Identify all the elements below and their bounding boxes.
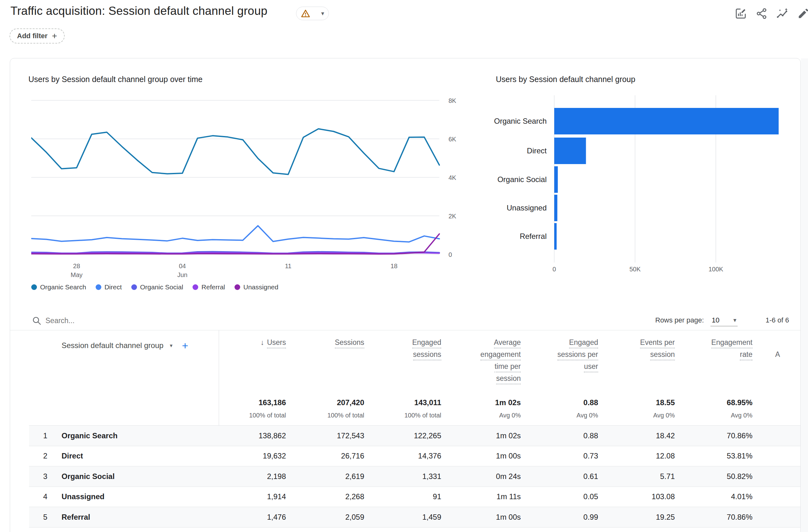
row-number: 1 — [29, 432, 47, 440]
totals-sublabel: 100% of total — [289, 412, 364, 419]
row-number: 4 — [29, 492, 47, 501]
table-row: 1Organic Search138,862172,543122,2651m 0… — [29, 425, 801, 446]
legend-item-unassigned: Unassigned — [235, 283, 278, 291]
totals-value: 163,186 — [210, 398, 286, 407]
bar-organic-search — [554, 108, 779, 134]
rows-per-page-select[interactable]: 10 ▾ — [711, 314, 738, 326]
metric-cell: 26,716 — [292, 452, 364, 460]
metric-cell: 1m 00s — [448, 452, 521, 460]
metric-cell: 122,265 — [369, 432, 441, 440]
row-number: 3 — [29, 472, 47, 481]
divider — [10, 330, 801, 330]
add-column-plus-icon[interactable]: + — [182, 340, 188, 351]
svg-text:04: 04 — [179, 262, 186, 270]
legend-item-direct: Direct — [96, 283, 122, 291]
metric-cell: 2,198 — [213, 472, 286, 481]
row-dimension-value: Organic Search — [61, 432, 117, 440]
column-header-text: user — [584, 362, 598, 372]
column-header-text: sessions — [413, 350, 441, 360]
bar-referral — [554, 223, 557, 250]
metric-cell: 1,331 — [369, 472, 441, 481]
metric-cell: 91 — [369, 492, 441, 501]
column-header-sessions[interactable]: Sessions — [282, 338, 364, 350]
totals-value: 143,011 — [366, 398, 441, 407]
dimension-header[interactable]: Session default channel group ▾ + — [61, 340, 188, 351]
add-filter-button[interactable]: Add filter + — [10, 29, 65, 43]
edit-icon[interactable] — [797, 7, 808, 20]
totals-sublabel: Avg 0% — [599, 412, 675, 419]
svg-text:11: 11 — [285, 262, 292, 270]
totals-value: 207,420 — [289, 398, 364, 407]
column-header-line: sessions — [359, 350, 441, 362]
row-dimension-value: Referral — [61, 513, 90, 521]
column-header-text: Engagement — [712, 338, 752, 348]
legend-label: Organic Social — [140, 283, 183, 291]
customize-report-icon[interactable] — [735, 7, 747, 20]
svg-text:2K: 2K — [448, 213, 456, 220]
column-header-line: engagement — [439, 350, 521, 362]
partial-next-column-header: A — [775, 350, 780, 359]
legend-dot — [235, 284, 240, 290]
svg-text:18: 18 — [390, 262, 397, 270]
data-quality-pill[interactable]: ▾ — [296, 7, 329, 20]
legend-dot — [31, 284, 37, 290]
metric-cell: 2,059 — [292, 513, 364, 521]
metric-cell: 70.86% — [680, 432, 752, 440]
column-header-average-engagement-time-per-session[interactable]: Averageengagementtime persession — [439, 338, 521, 386]
metric-cell: 0.61 — [526, 472, 598, 481]
metric-cell: 1,459 — [369, 513, 441, 521]
metric-cell: 19,632 — [213, 452, 286, 460]
column-header-text: engagement — [480, 350, 521, 360]
column-header-line: time per — [439, 362, 521, 374]
svg-text:Jun: Jun — [177, 271, 187, 278]
metric-cell: 12.08 — [602, 452, 675, 460]
line-chart: 8K6K4K2K028May04Jun1118 — [31, 95, 492, 284]
column-header-line: rate — [671, 350, 752, 362]
totals-value: 68.95% — [677, 398, 752, 407]
totals-value: 0.88 — [522, 398, 598, 407]
svg-text:0: 0 — [552, 266, 556, 273]
line-chart-legend: Organic SearchDirectOrganic SocialReferr… — [31, 283, 278, 291]
column-header-events-per-session[interactable]: Events persession — [593, 338, 675, 362]
column-header-engaged-sessions-per-user[interactable]: Engagedsessions peruser — [516, 338, 598, 374]
table-row — [29, 527, 801, 532]
metric-cell: 0.88 — [526, 432, 598, 440]
totals-sublabel: 100% of total — [366, 412, 441, 419]
chevron-down-icon[interactable]: ▾ — [170, 343, 173, 348]
metric-cell: 53.81% — [680, 452, 752, 460]
row-dimension-value: Organic Social — [61, 472, 114, 481]
legend-item-organic-search: Organic Search — [31, 283, 86, 291]
svg-text:100K: 100K — [709, 266, 723, 273]
insights-icon[interactable] — [776, 7, 788, 20]
row-dimension-value: Unassigned — [61, 492, 105, 501]
legend-dot — [96, 284, 101, 290]
totals-sublabel: Avg 0% — [522, 412, 598, 419]
bar-organic-social — [554, 166, 558, 193]
dimension-header-label: Session default channel group — [61, 341, 164, 350]
column-header-users[interactable]: ↓Users — [204, 338, 286, 350]
search-input[interactable] — [45, 315, 267, 326]
share-icon[interactable] — [756, 7, 768, 20]
warning-triangle-icon — [301, 9, 310, 18]
column-header-line: Engaged — [516, 338, 598, 350]
totals-value: 18.55 — [599, 398, 675, 407]
rows-per-page-label: Rows per page: — [638, 316, 704, 324]
metric-cell: 70.86% — [680, 513, 752, 521]
bar-direct — [554, 137, 586, 164]
metric-cell: 1m 02s — [448, 432, 521, 440]
report-toolbar — [735, 7, 808, 20]
column-header-engaged-sessions[interactable]: Engagedsessions — [359, 338, 441, 362]
legend-dot — [131, 284, 137, 290]
column-header-line: Engaged — [359, 338, 441, 350]
plus-icon: + — [52, 32, 57, 40]
totals-value: 1m 02s — [445, 398, 521, 407]
totals-sublabel: Avg 0% — [677, 412, 752, 419]
column-header-text: sessions per — [557, 350, 598, 360]
svg-text:50K: 50K — [629, 266, 641, 273]
metric-cell: 172,543 — [292, 432, 364, 440]
metric-cell: 0m 24s — [448, 472, 521, 481]
column-header-line: sessions per — [516, 350, 598, 362]
column-header-engagement-rate[interactable]: Engagementrate — [671, 338, 752, 362]
search-icon — [32, 315, 42, 326]
metric-cell: 19.25 — [602, 513, 675, 521]
